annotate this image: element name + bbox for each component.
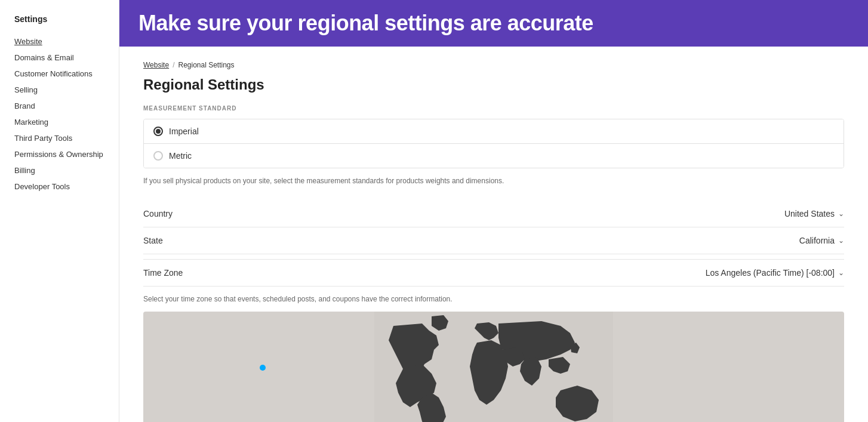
state-value: California bbox=[799, 236, 835, 245]
chevron-down-icon-state: ⌄ bbox=[838, 236, 844, 245]
measurement-helper-text: If you sell physical products on your si… bbox=[143, 175, 844, 186]
sidebar-item-customer-notifications[interactable]: Customer Notifications bbox=[0, 66, 119, 82]
country-label: Country bbox=[143, 209, 173, 218]
sidebar-item-billing[interactable]: Billing bbox=[0, 162, 119, 178]
sidebar-nav: Website Domains & Email Customer Notific… bbox=[0, 33, 119, 195]
breadcrumb-current: Regional Settings bbox=[178, 61, 234, 69]
sidebar: Settings Website Domains & Email Custome… bbox=[0, 0, 119, 422]
sidebar-item-domains-email[interactable]: Domains & Email bbox=[0, 50, 119, 66]
content-area: Website / Regional Settings Regional Set… bbox=[119, 47, 868, 422]
banner-text: Make sure your regional settings are acc… bbox=[138, 11, 593, 36]
timezone-helper-text: Select your time zone so that events, sc… bbox=[143, 294, 844, 304]
app-container: 🔍 ✕ Settings Website Domains & Email Cus… bbox=[0, 0, 868, 422]
state-dropdown[interactable]: California ⌄ bbox=[799, 236, 844, 245]
timezone-row: Time Zone Los Angeles (Pacific Time) [-0… bbox=[143, 259, 844, 287]
measurement-standard-label: MEASUREMENT STANDARD bbox=[143, 105, 844, 112]
country-dropdown[interactable]: United States ⌄ bbox=[784, 209, 844, 218]
radio-metric[interactable]: Metric bbox=[144, 144, 844, 168]
breadcrumb-separator: / bbox=[173, 61, 174, 69]
world-map bbox=[143, 312, 844, 422]
map-svg bbox=[143, 312, 844, 422]
page-title: Regional Settings bbox=[143, 76, 844, 93]
radio-circle-metric bbox=[153, 151, 163, 161]
radio-circle-imperial bbox=[153, 127, 163, 136]
sidebar-item-brand[interactable]: Brand bbox=[0, 98, 119, 114]
sidebar-item-marketing[interactable]: Marketing bbox=[0, 114, 119, 130]
map-location-dot bbox=[260, 365, 266, 371]
breadcrumb: Website / Regional Settings bbox=[143, 61, 844, 69]
timezone-value: Los Angeles (Pacific Time) [-08:00] bbox=[706, 268, 835, 278]
sidebar-item-developer-tools[interactable]: Developer Tools bbox=[0, 178, 119, 195]
radio-imperial[interactable]: Imperial bbox=[144, 119, 844, 144]
timezone-dropdown[interactable]: Los Angeles (Pacific Time) [-08:00] ⌄ bbox=[706, 268, 844, 278]
breadcrumb-website-link[interactable]: Website bbox=[143, 61, 169, 69]
sidebar-item-website[interactable]: Website bbox=[0, 33, 119, 50]
country-row: Country United States ⌄ bbox=[143, 201, 844, 227]
measurement-radio-group: Imperial Metric bbox=[143, 119, 844, 168]
chevron-down-icon: ⌄ bbox=[838, 210, 844, 218]
main-area: Make sure your regional settings are acc… bbox=[119, 0, 868, 422]
radio-imperial-label: Imperial bbox=[169, 127, 199, 136]
radio-metric-label: Metric bbox=[169, 151, 192, 161]
sidebar-item-third-party-tools[interactable]: Third Party Tools bbox=[0, 130, 119, 146]
state-label: State bbox=[143, 236, 163, 245]
sidebar-item-selling[interactable]: Selling bbox=[0, 82, 119, 98]
timezone-label: Time Zone bbox=[143, 268, 183, 278]
chevron-down-icon-timezone: ⌄ bbox=[838, 269, 844, 277]
country-value: United States bbox=[784, 209, 835, 218]
state-row: State California ⌄ bbox=[143, 227, 844, 254]
timezone-section: Time Zone Los Angeles (Pacific Time) [-0… bbox=[143, 259, 844, 422]
sidebar-title: Settings bbox=[0, 10, 119, 33]
sidebar-item-permissions-ownership[interactable]: Permissions & Ownership bbox=[0, 146, 119, 162]
banner: Make sure your regional settings are acc… bbox=[119, 0, 868, 47]
